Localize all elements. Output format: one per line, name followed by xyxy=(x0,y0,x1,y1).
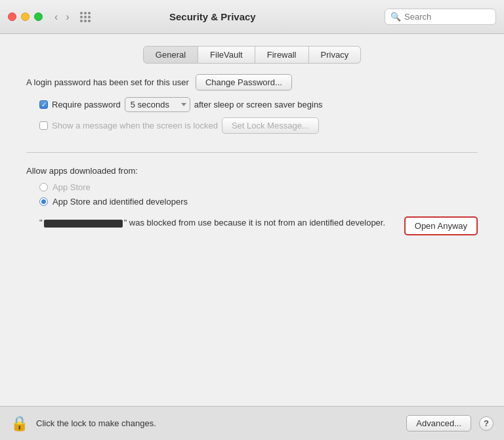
show-message-label: Show a message when the screen is locked xyxy=(52,121,218,130)
tab-bar: General FileVault Firewall Privacy xyxy=(0,34,504,74)
search-icon: 🔍 xyxy=(390,12,401,22)
after-sleep-label: after sleep or screen saver begins xyxy=(194,100,323,110)
password-timing-select[interactable]: 5 seconds 1 minute 5 minutes 15 minutes … xyxy=(125,97,190,112)
allow-apps-label: Allow apps downloaded from: xyxy=(26,166,478,176)
set-lock-message-button[interactable]: Set Lock Message... xyxy=(222,117,319,134)
require-password-row: Require password 5 seconds 1 minute 5 mi… xyxy=(26,97,478,112)
lock-text: Click the lock to make changes. xyxy=(36,418,398,428)
minimize-button[interactable] xyxy=(21,12,30,21)
radio-app-store[interactable] xyxy=(39,183,48,191)
radio-app-store-row: App Store xyxy=(26,182,478,192)
tab-general[interactable]: General xyxy=(143,46,198,64)
login-password-label: A login password has been set for this u… xyxy=(26,77,189,87)
require-password-checkbox[interactable] xyxy=(39,100,48,109)
main-content: General FileVault Firewall Privacy A log… xyxy=(0,34,504,406)
window-title: Security & Privacy xyxy=(46,11,379,22)
change-password-button[interactable]: Change Password... xyxy=(196,74,292,90)
maximize-button[interactable] xyxy=(34,12,43,21)
require-password-label: Require password xyxy=(52,100,121,110)
traffic-lights xyxy=(8,12,43,21)
show-message-row: Show a message when the screen is locked… xyxy=(26,117,478,134)
blocked-app-row: "" was blocked from use because it is no… xyxy=(26,216,478,235)
radio-app-store-identified[interactable] xyxy=(39,197,48,206)
general-panel: A login password has been set for this u… xyxy=(0,74,504,406)
show-message-checkbox[interactable] xyxy=(39,121,48,130)
advanced-button[interactable]: Advanced... xyxy=(406,415,471,431)
divider xyxy=(26,152,478,153)
lock-icon[interactable]: 🔒 xyxy=(10,415,28,432)
search-bar[interactable]: 🔍 xyxy=(385,9,496,25)
bottom-bar: 🔒 Click the lock to make changes. Advanc… xyxy=(0,406,504,440)
close-button[interactable] xyxy=(8,12,16,21)
radio-app-store-identified-label: App Store and identified developers xyxy=(52,197,188,207)
blocked-app-name xyxy=(44,220,123,228)
blocked-text-suffix: " was blocked from use because it is not… xyxy=(124,218,385,228)
tab-filevault[interactable]: FileVault xyxy=(198,46,255,64)
tab-privacy[interactable]: Privacy xyxy=(309,46,362,64)
titlebar: ‹ › Security & Privacy 🔍 xyxy=(0,0,504,34)
tab-firewall[interactable]: Firewall xyxy=(255,46,309,64)
radio-app-store-identified-row: App Store and identified developers xyxy=(26,197,478,207)
search-input[interactable] xyxy=(404,12,490,22)
blocked-app-text: "" was blocked from use because it is no… xyxy=(39,216,395,230)
help-button[interactable]: ? xyxy=(479,416,494,431)
radio-app-store-label: App Store xyxy=(52,182,91,192)
blocked-quote-open: " xyxy=(39,218,43,228)
open-anyway-button[interactable]: Open Anyway xyxy=(404,216,478,235)
login-password-row: A login password has been set for this u… xyxy=(26,74,478,90)
